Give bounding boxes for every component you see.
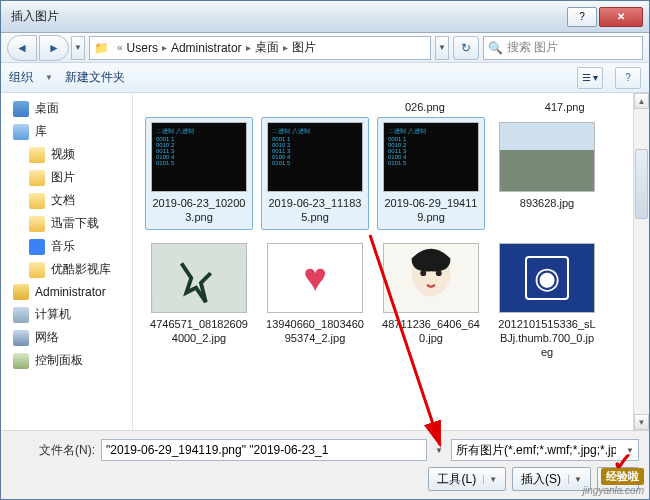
view-options-button[interactable]: ☰ ▾ (577, 67, 603, 89)
sidebar-item-music[interactable]: 音乐 (1, 235, 132, 258)
file-name: 2012101515336_sLBJj.thumb.700_0.jpeg (498, 317, 596, 360)
sidebar-item-administrator[interactable]: Administrator (1, 281, 132, 303)
sidebar-item-computer[interactable]: 计算机 (1, 303, 132, 326)
file-name: 13940660_180346095374_2.jpg (266, 317, 364, 346)
sidebar-item-pictures[interactable]: 图片 (1, 166, 132, 189)
dialog-footer: 文件名(N): ▼ 所有图片(*.emf;*.wmf;*.jpg;*.jpeg;… (1, 430, 649, 499)
breadcrumb[interactable]: Administrator (171, 41, 242, 55)
sidebar-item-libraries[interactable]: 库 (1, 120, 132, 143)
file-name-label[interactable]: 026.png (405, 101, 445, 113)
breadcrumb[interactable]: 桌面 (255, 39, 279, 56)
toolbar: 组织 ▼ 新建文件夹 ☰ ▾ ? (1, 63, 649, 93)
sidebar-item-label: 桌面 (35, 100, 59, 117)
file-item[interactable]: 48711236_6406_640.jpg (377, 238, 485, 365)
help-button[interactable]: ? (567, 7, 597, 27)
folder-icon (29, 170, 45, 186)
svg-point-3 (436, 270, 442, 276)
watermark-text: 经验啦 (601, 468, 644, 485)
folder-icon (29, 262, 45, 278)
folder-icon (29, 193, 45, 209)
file-thumbnail (499, 122, 595, 192)
file-thumbnail: 二进制 八进制0001 10010 20011 30100 40101 5 (383, 122, 479, 192)
watermark-url: jingyanla.com (583, 485, 644, 496)
sidebar-item-videos[interactable]: 视频 (1, 143, 132, 166)
sidebar-item-label: 图片 (51, 169, 75, 186)
chevron-down-icon: ▼ (568, 475, 582, 484)
file-thumbnail (151, 243, 247, 313)
filetype-label: 所有图片(*.emf;*.wmf;*.jpg;*.jpeg;*.jfif;*.j… (456, 442, 616, 459)
navigation-bar: ◄ ► ▼ 📁 « Users ▸ Administrator ▸ 桌面 ▸ 图… (1, 33, 649, 63)
file-name: 2019-06-29_194119.png (382, 196, 480, 225)
search-input[interactable]: 🔍 搜索 图片 (483, 36, 643, 60)
file-item[interactable]: 893628.jpg (493, 117, 601, 230)
address-bar[interactable]: 📁 « Users ▸ Administrator ▸ 桌面 ▸ 图片 (89, 36, 431, 60)
sidebar-item-label: 迅雷下载 (51, 215, 99, 232)
file-list[interactable]: 026.png 417.png 二进制 八进制0001 10010 20011 … (133, 93, 633, 430)
breadcrumb[interactable]: Users (127, 41, 158, 55)
file-thumbnail (383, 243, 479, 313)
sidebar-item-label: 视频 (51, 146, 75, 163)
file-thumbnail: 二进制 八进制0001 10010 20011 30100 40101 5 (267, 122, 363, 192)
user-icon (13, 284, 29, 300)
sidebar-item-network[interactable]: 网络 (1, 326, 132, 349)
control-panel-icon (13, 353, 29, 369)
sidebar-item-label: 优酷影视库 (51, 261, 111, 278)
nav-back-button[interactable]: ◄ (7, 35, 37, 61)
sidebar-item-desktop[interactable]: 桌面 (1, 97, 132, 120)
organize-menu[interactable]: 组织 (9, 69, 33, 86)
window-title: 插入图片 (11, 8, 567, 25)
nav-forward-button[interactable]: ► (39, 35, 69, 61)
breadcrumb[interactable]: 图片 (292, 39, 316, 56)
file-item[interactable]: 二进制 八进制0001 10010 20011 30100 40101 5201… (261, 117, 369, 230)
refresh-button[interactable]: ↻ (453, 36, 479, 60)
address-dropdown[interactable]: ▼ (435, 36, 449, 60)
new-folder-button[interactable]: 新建文件夹 (65, 69, 125, 86)
vertical-scrollbar[interactable]: ▲ ▼ (633, 93, 649, 430)
sidebar-item-documents[interactable]: 文档 (1, 189, 132, 212)
sidebar-item-youku[interactable]: 优酷影视库 (1, 258, 132, 281)
scroll-down-button[interactable]: ▼ (634, 414, 649, 430)
chevron-right-icon: ▸ (242, 42, 255, 53)
sidebar-item-controlpanel[interactable]: 控制面板 (1, 349, 132, 372)
nav-history-dropdown[interactable]: ▼ (71, 36, 85, 60)
file-name: 48711236_6406_640.jpg (382, 317, 480, 346)
insert-label: 插入(S) (521, 471, 561, 488)
file-thumbnail (499, 243, 595, 313)
tools-menu[interactable]: 工具(L)▼ (428, 467, 506, 491)
music-icon (29, 239, 45, 255)
chevron-right-icon: ▸ (279, 42, 292, 53)
file-name: 4746571_081826094000_2.jpg (150, 317, 248, 346)
filetype-dropdown[interactable]: 所有图片(*.emf;*.wmf;*.jpg;*.jpeg;*.jfif;*.j… (451, 439, 639, 461)
scroll-up-button[interactable]: ▲ (634, 93, 649, 109)
chevron-down-icon: ▼ (483, 475, 497, 484)
file-name-label[interactable]: 417.png (545, 101, 585, 113)
help-button[interactable]: ? (615, 67, 641, 89)
sidebar-item-xunlei[interactable]: 迅雷下载 (1, 212, 132, 235)
sidebar-item-label: Administrator (35, 285, 106, 299)
file-item[interactable]: 2012101515336_sLBJj.thumb.700_0.jpeg (493, 238, 601, 365)
sidebar-item-label: 计算机 (35, 306, 71, 323)
insert-button[interactable]: 插入(S)▼ (512, 467, 591, 491)
desktop-icon (13, 101, 29, 117)
library-icon (13, 124, 29, 140)
scroll-thumb[interactable] (635, 149, 648, 219)
sidebar-item-label: 音乐 (51, 238, 75, 255)
file-thumbnail: 二进制 八进制0001 10010 20011 30100 40101 5 (151, 122, 247, 192)
folder-icon (29, 216, 45, 232)
file-name: 2019-06-23_102003.png (150, 196, 248, 225)
svg-rect-0 (152, 244, 245, 312)
file-thumbnail (267, 243, 363, 313)
file-item[interactable]: 4746571_081826094000_2.jpg (145, 238, 253, 365)
filename-label: 文件名(N): (11, 442, 95, 459)
filename-input[interactable] (101, 439, 427, 461)
file-name: 893628.jpg (520, 196, 574, 210)
file-name: 2019-06-23_111835.png (266, 196, 364, 225)
file-item[interactable]: 二进制 八进制0001 10010 20011 30100 40101 5201… (377, 117, 485, 230)
chevron-down-icon[interactable]: ▼ (433, 446, 445, 455)
file-item[interactable]: 13940660_180346095374_2.jpg (261, 238, 369, 365)
chevron-down-icon: ▼ (45, 73, 53, 82)
file-item[interactable]: 二进制 八进制0001 10010 20011 30100 40101 5201… (145, 117, 253, 230)
scroll-track[interactable] (634, 109, 649, 414)
titlebar: 插入图片 ? ✕ (1, 1, 649, 33)
close-button[interactable]: ✕ (599, 7, 643, 27)
